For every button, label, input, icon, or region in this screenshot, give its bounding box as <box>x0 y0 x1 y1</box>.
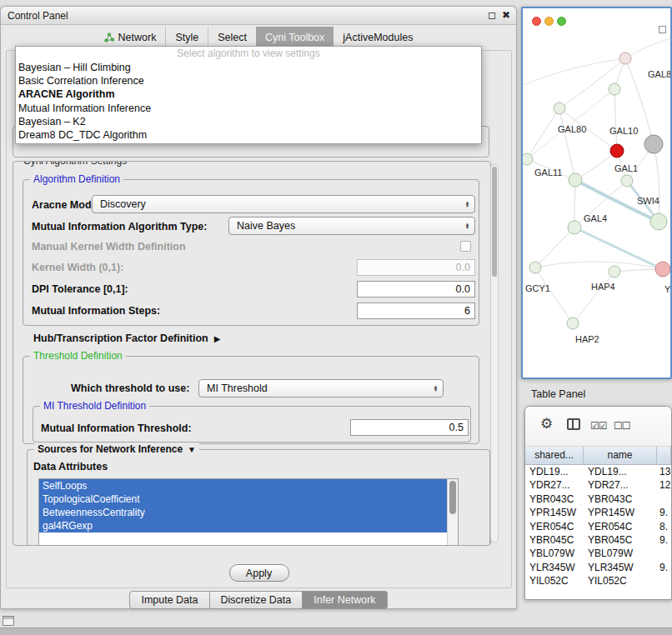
column-header[interactable]: shared... <box>525 447 584 464</box>
network-view-window[interactable]: GAL8GAL80GAL10GAL11GAL1SWI4GAL4GCY1HAP4Y… <box>521 7 672 379</box>
sources-title-label: Sources for Network Inference <box>38 443 183 455</box>
table-row[interactable]: YDR27...YDR27...12 <box>525 478 671 492</box>
table-cell: YER054C <box>525 520 584 533</box>
column-header[interactable] <box>657 447 671 464</box>
network-edge[interactable] <box>573 272 614 323</box>
table-body: YDL19...YDL19...13YDR27...YDR27...12YBR0… <box>525 465 671 599</box>
close-icon[interactable]: ✖ <box>502 9 510 21</box>
table-cell: YBR043C <box>525 492 584 506</box>
control-panel-titlebar[interactable]: Control Panel ◻ ✖ <box>1 7 516 25</box>
table-cell: YDR27... <box>525 478 584 492</box>
bottom-tab-infer-network[interactable]: Infer Network <box>303 591 387 609</box>
network-edge[interactable] <box>614 89 617 151</box>
network-edge[interactable] <box>625 38 670 58</box>
kernel-width-field[interactable]: 0.0 <box>357 259 475 276</box>
network-node[interactable] <box>644 135 663 153</box>
bottom-tab-impute-data[interactable]: Impute Data <box>129 591 209 609</box>
network-edge[interactable] <box>535 268 573 323</box>
algorithm-definition-group: Algorithm Definition Aracne Mode: Discov… <box>23 179 479 326</box>
column-header[interactable]: name <box>584 447 657 464</box>
algorithm-option[interactable]: ARACNE Algorithm <box>16 88 481 101</box>
table-cell: YER054C <box>584 520 657 533</box>
float-window-icon[interactable]: ◻ <box>488 9 496 21</box>
table-cell: YBR043C <box>584 492 657 506</box>
algorithm-option[interactable]: Mutual Information Inference <box>16 102 481 115</box>
table-cell: 8. <box>657 520 671 533</box>
table-row[interactable]: YBL079WYBL079W <box>525 547 671 560</box>
kernel-width-label: Kernel Width (0,1): <box>32 262 123 273</box>
table-row[interactable]: YBR045CYBR045C9. <box>525 533 671 547</box>
mi-algorithm-type-select[interactable]: Naive Bayes ▲▼ <box>228 217 475 235</box>
manual-kernel-checkbox[interactable] <box>460 241 471 252</box>
network-edge[interactable] <box>574 180 575 228</box>
settings-scrollbar[interactable] <box>490 164 499 542</box>
network-node[interactable] <box>609 83 620 95</box>
network-node[interactable] <box>621 175 633 187</box>
network-edge[interactable] <box>654 144 659 222</box>
table-header-row: shared...name <box>525 447 671 465</box>
minimized-panel-icon[interactable] <box>3 616 14 626</box>
list-scrollbar[interactable] <box>447 479 458 546</box>
bottom-tab-discretize-data[interactable]: Discretize Data <box>210 591 303 609</box>
apply-button[interactable]: Apply <box>229 564 289 582</box>
table-row[interactable]: YIL052CYIL052C <box>525 574 671 588</box>
network-node[interactable] <box>568 221 581 234</box>
network-node[interactable] <box>567 318 579 329</box>
table-row[interactable]: YDL19...YDL19...13 <box>525 465 671 478</box>
table-cell: 9. <box>657 533 671 547</box>
list-scrollbar-thumb[interactable] <box>449 481 456 514</box>
network-node[interactable] <box>619 52 631 64</box>
network-icon <box>104 32 114 42</box>
gear-icon[interactable]: ⚙ <box>540 415 553 432</box>
mi-threshold-definition-title: MI Threshold Definition <box>40 400 149 412</box>
mi-threshold-field[interactable]: 0.5 <box>350 419 469 436</box>
network-node[interactable] <box>610 144 624 158</box>
tab-label: Select <box>218 32 247 43</box>
network-edge[interactable] <box>523 58 625 85</box>
close-traffic-light-icon[interactable] <box>532 17 541 26</box>
hub-definition-toggle[interactable]: Hub/Transcription Factor Definition ▶ <box>33 332 220 344</box>
table-row[interactable]: YER054CYER054C8. <box>525 520 671 533</box>
network-node[interactable] <box>655 262 670 277</box>
network-node[interactable] <box>529 262 541 273</box>
network-node[interactable] <box>609 266 620 278</box>
table-row[interactable]: YBR043CYBR043C <box>525 492 671 506</box>
mi-steps-field[interactable]: 6 <box>357 302 475 319</box>
table-row[interactable]: YLR345WYLR345W9. <box>525 561 671 574</box>
attribute-list-item[interactable]: SelfLoops <box>39 479 458 492</box>
network-edge[interactable] <box>535 262 663 269</box>
network-node[interactable] <box>569 173 582 187</box>
network-node[interactable] <box>523 153 533 165</box>
sources-group: Sources for Network Inference ▼ Data Att… <box>27 449 490 546</box>
columns-icon[interactable] <box>567 418 580 430</box>
table-cell <box>657 492 671 506</box>
zoom-traffic-light-icon[interactable] <box>557 17 566 26</box>
algorithm-option[interactable]: Bayesian – K2 <box>16 115 481 128</box>
attribute-list-item[interactable]: gal4RGexp <box>39 519 458 532</box>
network-canvas[interactable]: GAL8GAL80GAL10GAL11GAL1SWI4GAL4GCY1HAP4Y… <box>523 8 670 378</box>
attribute-list-item[interactable]: BetweennessCentrality <box>39 506 458 519</box>
table-row[interactable]: YPR145WYPR145W9. <box>525 506 671 519</box>
algorithm-option[interactable]: Bayesian – Hill Climbing <box>16 61 481 74</box>
table-cell: YDL19... <box>525 465 584 478</box>
which-threshold-select[interactable]: MI Threshold ▲▼ <box>198 379 444 398</box>
network-edge[interactable] <box>535 228 574 268</box>
algorithm-option[interactable]: Dream8 DC_TDC Algorithm <box>16 128 481 142</box>
deselect-columns-icon[interactable]: ☐☐ <box>614 420 630 432</box>
minimize-traffic-light-icon[interactable] <box>544 17 554 26</box>
aracne-mode-select[interactable]: Discovery ▲▼ <box>92 195 475 213</box>
select-columns-icon[interactable]: ☑☑ <box>590 420 607 432</box>
settings-scrollbar-thumb[interactable] <box>492 167 497 277</box>
attribute-list[interactable]: SelfLoopsTopologicalCoefficientBetweenne… <box>38 478 459 546</box>
sources-title[interactable]: Sources for Network Inference ▼ <box>34 443 199 455</box>
attribute-list-item[interactable]: TopologicalCoefficient <box>39 492 458 506</box>
network-toolbar-toggle[interactable] <box>659 26 666 33</box>
network-node[interactable] <box>554 102 565 114</box>
dpi-tolerance-field[interactable]: 0.0 <box>357 281 475 298</box>
network-node[interactable] <box>650 213 667 230</box>
algorithm-dropdown-popup: Select algorithm to view settings Bayesi… <box>15 46 482 144</box>
combo-value: Discovery <box>93 198 462 210</box>
network-edge[interactable] <box>527 108 559 159</box>
network-edge[interactable] <box>575 151 617 180</box>
algorithm-option[interactable]: Basic Correlation Inference <box>16 74 481 88</box>
